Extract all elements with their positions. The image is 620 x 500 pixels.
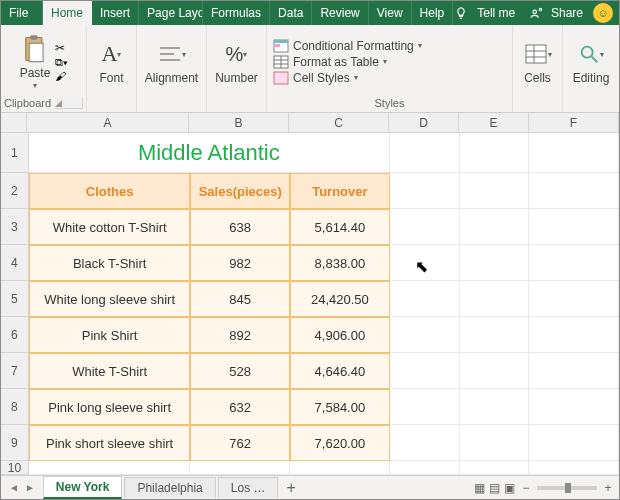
cell[interactable]: Clothes [29,173,190,209]
spreadsheet-grid[interactable]: ABCDEF 1Middle Atlantic2ClothesSales(pie… [1,113,619,475]
cell[interactable]: 528 [190,353,290,389]
cell[interactable] [29,461,190,475]
cell[interactable] [529,425,619,461]
cell[interactable] [390,461,460,475]
cell[interactable] [460,425,530,461]
cell[interactable] [460,281,530,317]
cell[interactable] [390,281,460,317]
column-header[interactable]: E [459,113,529,133]
row-header[interactable]: 1 [1,133,29,173]
tab-data[interactable]: Data [270,1,312,25]
cell[interactable] [390,317,460,353]
format-as-table-button[interactable]: Format as Table▾ [273,55,422,69]
select-all-corner[interactable] [1,113,27,133]
cell[interactable] [460,133,530,173]
cell[interactable] [529,133,619,173]
cell[interactable]: Pink long sleeve shirt [29,389,190,425]
tab-insert[interactable]: Insert [92,1,139,25]
view-normal-icon[interactable]: ▦ [474,481,485,495]
cell[interactable] [529,173,619,209]
cell[interactable]: 762 [190,425,290,461]
tab-home[interactable]: Home [43,1,92,25]
cell[interactable] [529,281,619,317]
cell[interactable] [460,209,530,245]
paste-button[interactable]: Paste ▾ [19,33,51,90]
cell[interactable]: Pink Shirt [29,317,190,353]
column-header[interactable]: A [27,113,189,133]
cell[interactable]: Pink short sleeve shirt [29,425,190,461]
tab-nav-next-icon[interactable]: ► [25,482,35,493]
row-header[interactable]: 6 [1,317,29,353]
row-header[interactable]: 7 [1,353,29,389]
account-badge[interactable]: ☺ [593,3,613,23]
editing-button[interactable]: ▾Editing [573,38,610,85]
cell[interactable] [529,389,619,425]
cell[interactable] [390,425,460,461]
cell[interactable]: 4,906.00 [290,317,390,353]
cell[interactable] [529,209,619,245]
conditional-formatting-button[interactable]: Conditional Formatting▾ [273,39,422,53]
font-button[interactable]: A▾Font [96,38,128,85]
zoom-out-button[interactable]: − [519,481,533,495]
zoom-slider[interactable] [537,486,597,490]
cell[interactable] [190,461,290,475]
tab-page-layout[interactable]: Page Layo [139,1,203,25]
cell[interactable]: Turnover [290,173,390,209]
view-page-icon[interactable]: ▤ [489,481,500,495]
cell[interactable] [529,317,619,353]
cell[interactable] [460,389,530,425]
tab-view[interactable]: View [369,1,412,25]
cell[interactable]: 638 [190,209,290,245]
tab-review[interactable]: Review [312,1,368,25]
row-header[interactable]: 4 [1,245,29,281]
column-header[interactable]: F [529,113,619,133]
cell[interactable]: Middle Atlantic [29,133,390,173]
sheet-tab[interactable]: Los … [218,477,279,498]
cell[interactable]: 4,646.40 [290,353,390,389]
cell[interactable] [390,353,460,389]
cell[interactable] [460,353,530,389]
add-sheet-button[interactable]: + [280,479,301,497]
cell[interactable]: Black T-Shirt [29,245,190,281]
cell[interactable]: 7,584.00 [290,389,390,425]
cell[interactable]: 7,620.00 [290,425,390,461]
cell[interactable] [390,209,460,245]
tab-file[interactable]: File [1,1,43,25]
cell[interactable] [390,133,460,173]
sheet-tab[interactable]: Philadelphia [124,477,215,498]
cell[interactable] [290,461,390,475]
tab-formulas[interactable]: Formulas [203,1,270,25]
cell[interactable]: 632 [190,389,290,425]
format-painter-icon[interactable]: 🖌 [55,70,68,82]
cell[interactable]: Sales(pieces) [190,173,290,209]
cell[interactable]: White cotton T-Shirt [29,209,190,245]
share-button[interactable]: Share [551,6,583,20]
column-header[interactable]: B [189,113,289,133]
row-header[interactable]: 10 [1,461,29,475]
cut-icon[interactable]: ✂ [55,41,68,55]
zoom-in-button[interactable]: + [601,481,615,495]
cell[interactable] [529,461,619,475]
cell[interactable]: 892 [190,317,290,353]
tab-help[interactable]: Help [412,1,454,25]
cell[interactable] [390,245,460,281]
tab-nav-first-icon[interactable]: ◄ [9,482,19,493]
cell[interactable]: 24,420.50 [290,281,390,317]
cell[interactable]: 5,614.40 [290,209,390,245]
tell-me[interactable]: Tell me [469,1,523,25]
row-header[interactable]: 5 [1,281,29,317]
cell[interactable] [529,245,619,281]
row-header[interactable]: 8 [1,389,29,425]
cell[interactable]: 982 [190,245,290,281]
copy-icon[interactable]: ⧉▾ [55,56,68,69]
row-header[interactable]: 2 [1,173,29,209]
view-break-icon[interactable]: ▣ [504,481,515,495]
sheet-tab-active[interactable]: New York [43,476,123,499]
cell[interactable]: 8,838.00 [290,245,390,281]
dialog-launcher-icon[interactable]: ◢ [55,98,83,109]
row-header[interactable]: 3 [1,209,29,245]
cell[interactable]: White long sleeve shirt [29,281,190,317]
cell[interactable] [390,173,460,209]
cell-styles-button[interactable]: Cell Styles▾ [273,71,422,85]
cell[interactable]: White T-Shirt [29,353,190,389]
